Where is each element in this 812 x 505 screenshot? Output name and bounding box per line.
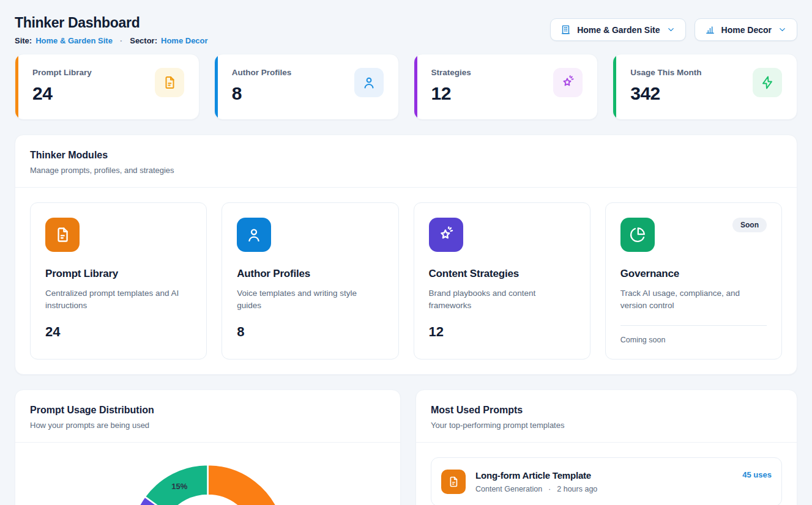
module-description: Track AI usage, compliance, and version …: [620, 287, 767, 312]
usage-distribution-subtitle: How your prompts are being used: [30, 421, 386, 430]
module-description: Voice templates and writing style guides: [237, 287, 383, 312]
chevron-down-icon: [666, 25, 676, 34]
usage-distribution-header: Prompt Usage Distribution How your promp…: [15, 390, 400, 443]
modules-grid: Prompt Library Centralized prompt templa…: [15, 188, 797, 374]
site-link[interactable]: Home & Garden Site: [35, 36, 113, 45]
donut-chart-svg: 15%: [15, 443, 400, 505]
module-card[interactable]: Author Profiles Voice templates and writ…: [222, 202, 398, 359]
separator-dot: ·: [120, 36, 122, 45]
bottom-row: Prompt Usage Distribution How your promp…: [15, 389, 797, 505]
prompt-time: 2 hours ago: [557, 485, 597, 493]
sparkle-star-icon: [553, 68, 583, 97]
stat-label: Strategies: [431, 68, 471, 77]
title-block: Thinker Dashboard Site: Home & Garden Si…: [15, 15, 208, 45]
thinker-modules-card: Thinker Modules Manage prompts, profiles…: [15, 135, 797, 375]
stat-value: 12: [431, 83, 471, 104]
chevron-down-icon: [778, 25, 787, 34]
document-icon: [45, 218, 80, 252]
modules-subtitle: Manage prompts, profiles, and strategies: [30, 166, 782, 175]
module-count: 24: [45, 324, 192, 340]
page-title: Thinker Dashboard: [15, 15, 208, 31]
stat-label: Usage This Month: [630, 68, 701, 77]
prompt-title: Long-form Article Template: [475, 470, 732, 481]
bolt-icon: [753, 68, 782, 97]
stat-label: Author Profiles: [232, 68, 292, 77]
header: Thinker Dashboard Site: Home & Garden Si…: [15, 0, 797, 45]
user-icon: [237, 218, 271, 252]
module-description: Brand playbooks and content frameworks: [429, 287, 575, 312]
sector-link[interactable]: Home Decor: [161, 36, 208, 45]
module-title: Prompt Library: [45, 268, 192, 280]
most-used-subtitle: Your top-performing prompt templates: [431, 421, 782, 430]
sector-selector-label: Home Decor: [721, 25, 772, 35]
stat-label: Prompt Library: [32, 68, 92, 77]
sector-selector-dropdown[interactable]: Home Decor: [695, 18, 797, 41]
modules-title: Thinker Modules: [30, 150, 782, 161]
user-icon: [354, 68, 384, 97]
site-selector-dropdown[interactable]: Home & Garden Site: [550, 18, 685, 41]
module-card[interactable]: Content Strategies Brand playbooks and c…: [414, 202, 590, 359]
modules-header: Thinker Modules Manage prompts, profiles…: [15, 135, 797, 188]
most-used-title: Most Used Prompts: [431, 405, 782, 416]
dashboard-page: Thinker Dashboard Site: Home & Garden Si…: [0, 0, 812, 505]
module-count: 8: [237, 324, 383, 340]
donut-chart: 15%: [15, 443, 400, 505]
coming-soon-text: Coming soon: [620, 336, 767, 344]
donut-slice-slice-orange[interactable]: [208, 465, 286, 505]
breadcrumb: Site: Home & Garden Site · Sector: Home …: [15, 36, 208, 45]
bar-chart-icon: [705, 24, 715, 35]
stat-accent-bar: [414, 54, 417, 119]
site-label: Site:: [15, 36, 32, 45]
stat-card[interactable]: Strategies 12: [414, 54, 598, 120]
building-icon: [561, 24, 571, 35]
stat-card[interactable]: Usage This Month 342: [613, 54, 797, 120]
stat-accent-bar: [15, 54, 18, 119]
usage-distribution-card: Prompt Usage Distribution How your promp…: [15, 389, 401, 505]
prompt-uses-badge: 45 uses: [742, 470, 772, 479]
document-icon: [155, 68, 184, 97]
stat-value: 342: [630, 83, 701, 104]
module-title: Governance: [620, 268, 767, 280]
prompts-list: Long-form Article Template Content Gener…: [416, 443, 797, 505]
stat-value: 24: [32, 83, 92, 104]
prompt-list-item[interactable]: Long-form Article Template Content Gener…: [431, 457, 782, 505]
stat-value: 8: [232, 83, 292, 104]
usage-distribution-title: Prompt Usage Distribution: [30, 405, 386, 416]
module-card[interactable]: Prompt Library Centralized prompt templa…: [30, 202, 207, 359]
module-description: Centralized prompt templates and AI inst…: [45, 287, 192, 312]
stats-row: Prompt Library 24 Author Profiles 8 Stra…: [15, 54, 797, 120]
separator-dot: ·: [548, 485, 551, 493]
topbar-actions: Home & Garden Site Home Decor: [550, 18, 797, 41]
donut-slice-label: 15%: [171, 482, 187, 491]
module-count: 12: [429, 324, 575, 340]
sector-label: Sector:: [130, 36, 157, 45]
sparkle-star-icon: [429, 218, 463, 252]
divider: [620, 325, 767, 326]
most-used-prompts-card: Most Used Prompts Your top-performing pr…: [415, 389, 797, 505]
soon-badge: Soon: [732, 218, 767, 232]
module-title: Author Profiles: [237, 268, 383, 280]
stat-card[interactable]: Author Profiles 8: [214, 54, 399, 120]
prompt-category: Content Generation: [475, 485, 542, 493]
module-title: Content Strategies: [429, 268, 575, 280]
stat-accent-bar: [613, 54, 616, 119]
most-used-header: Most Used Prompts Your top-performing pr…: [416, 390, 797, 443]
pie-chart-icon: [620, 218, 655, 252]
stat-card[interactable]: Prompt Library 24: [15, 54, 199, 120]
stat-accent-bar: [215, 54, 218, 119]
site-selector-label: Home & Garden Site: [577, 25, 660, 35]
document-icon: [441, 470, 466, 494]
module-card[interactable]: Governance Track AI usage, compliance, a…: [605, 202, 782, 359]
